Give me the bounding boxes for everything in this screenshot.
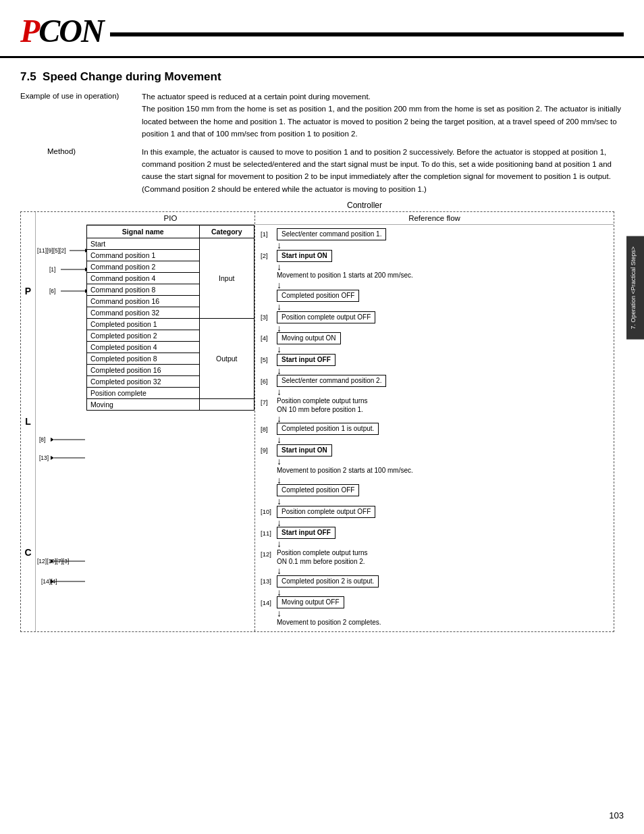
pio-table: Signal name Category Start Input Command… <box>86 225 254 411</box>
flow-num-14: [14] <box>261 598 277 607</box>
signal-moving: Moving <box>87 399 200 411</box>
flow-num-5: [5] <box>261 355 277 364</box>
flow-arrow-15: ↓ <box>277 540 608 548</box>
flow-box-10: Position complete output OFF <box>277 506 375 518</box>
flow-text-12: Position complete output turnsON 0.1 mm … <box>277 548 368 566</box>
signal-cmd16: Command position 16 <box>87 296 200 307</box>
flow-item-13: [13] Completed position 2 is output. <box>261 575 608 588</box>
pio-label: PIO <box>86 212 254 225</box>
flow-arrow-4: ↓ <box>277 303 608 311</box>
flow-item-4: [4] Moving output ON <box>261 332 608 344</box>
arrow-13-head <box>51 456 54 460</box>
flow-box-13: Completed position 2 is output. <box>277 575 379 588</box>
diagram-outer: P L C [11][9][5][2] [1] <box>20 211 614 632</box>
ref-section: Reference flow [1] Select/enter command … <box>255 212 614 631</box>
flow-arrow-10: ↓ <box>277 436 608 444</box>
category-output: Output <box>199 319 254 399</box>
pio-section: PIO Signal name Category Start Input <box>86 212 255 631</box>
method-block: Method) In this example, the actuator is… <box>20 146 624 196</box>
flow-box-4: Moving output ON <box>277 332 341 344</box>
signal-comp4: Completed position 4 <box>87 342 200 353</box>
flow-num-1: [1] <box>261 230 277 238</box>
flow-box-8: Completed position 1 is output. <box>277 423 379 435</box>
table-row: Start Input <box>87 238 254 250</box>
section-title: 7.5 Speed Change during Movement <box>0 58 644 90</box>
flow-num-4: [4] <box>261 334 277 342</box>
example-label: Example of use in operation) <box>20 90 142 140</box>
example-block: Example of use in operation) The actuato… <box>20 90 624 140</box>
flow-item-1: [1] Select/enter command position 1. <box>261 228 608 240</box>
arrow-8-head <box>51 438 54 442</box>
signal-col-header: Signal name <box>87 226 200 238</box>
flow-text-complete: Movement to position 2 completes. <box>277 618 608 627</box>
flow-arrow-3: ↓ <box>277 281 608 290</box>
ref-label: Reference flow <box>255 212 614 225</box>
label-1: [1] <box>49 266 55 273</box>
flow-arrow-12: ↓ <box>277 476 608 485</box>
label-8: [8] <box>39 436 45 443</box>
flow-box-2-start-on: Start input ON <box>277 250 332 262</box>
flow-arrow-14: ↓ <box>277 519 608 527</box>
flow-text-movement2: Movement to position 2 starts at 100 mm/… <box>277 466 608 475</box>
connector-svg: [11][9][5][2] [1] [6] [8] <box>36 232 86 624</box>
flow-arrow-2: ↓ <box>277 263 608 271</box>
table-row: Moving <box>87 399 254 411</box>
flow-box-6: Select/enter command position 2. <box>277 375 386 387</box>
flow-arrow-11: ↓ <box>277 457 608 466</box>
logo-con: CON <box>38 13 103 49</box>
logo-p: P <box>20 13 38 49</box>
signal-cmd1: Command position 1 <box>87 250 200 261</box>
flow-item-11: [11] Start input OFF <box>261 527 608 539</box>
connector-area: [11][9][5][2] [1] [6] [8] <box>36 212 86 631</box>
flow-num-2: [2] <box>261 251 277 260</box>
flow-item-10: [10] Position complete output OFF <box>261 506 608 518</box>
method-text: In this example, the actuator is caused … <box>142 146 624 196</box>
flow-box-comp-off-2: Completed position OFF <box>277 484 359 496</box>
flow-num-7: [7] <box>261 398 277 407</box>
flow-arrow-6: ↓ <box>277 345 608 354</box>
flow-item-3: [3] Position complete output OFF <box>261 311 608 323</box>
flow-num-11: [11] <box>261 529 277 538</box>
diagram-area: Controller P L C [11][9][5][2] [1] <box>20 201 614 632</box>
signal-comp1: Completed position 1 <box>87 319 200 330</box>
flow-arrow-17: ↓ <box>277 588 608 597</box>
signal-cmd2: Command position 2 <box>87 261 200 273</box>
flow-item-comp-off-1: Completed position OFF <box>261 290 608 302</box>
flow-item-12: [12] Position complete output turnsON 0.… <box>261 548 608 566</box>
flow-arrow-1: ↓ <box>277 241 608 250</box>
flow-num-9: [9] <box>261 446 277 454</box>
flow-box-comp-off-1: Completed position OFF <box>277 290 359 302</box>
signal-start: Start <box>87 238 200 250</box>
arrow-6-head <box>85 289 86 293</box>
signal-cmd8: Command position 8 <box>87 284 200 296</box>
flow-arrow-13: ↓ <box>277 497 608 506</box>
flow-box-11-start-off-2: Start input OFF <box>277 527 336 539</box>
flow-box-9-start-on: Start input ON <box>277 444 332 457</box>
flow-num-3: [3] <box>261 313 277 321</box>
signal-comp16: Completed position 16 <box>87 365 200 376</box>
flow-num-13: [13] <box>261 577 277 585</box>
signal-cmd4: Command position 4 <box>87 273 200 284</box>
signal-comp8: Completed position 8 <box>87 353 200 365</box>
flow-item-comp-off-2: Completed position OFF <box>261 484 608 496</box>
arrow-start-head <box>85 249 86 253</box>
side-tab: 7. Operation <Practical Steps> <box>626 236 644 340</box>
arrow-1-head <box>85 267 86 271</box>
flow-box-3: Position complete output OFF <box>277 311 375 323</box>
plc-label: P L C <box>21 212 36 631</box>
flow-num-12: [12] <box>261 550 277 558</box>
flow-text-7: Position complete output turnsON 10 mm b… <box>277 396 368 414</box>
flow-arrow-16: ↓ <box>277 567 608 575</box>
flow-item-2: [2] Start input ON <box>261 250 608 262</box>
flow-item-14: [14] Moving output OFF <box>261 596 608 608</box>
example-text: The actuator speed is reduced at a certa… <box>142 90 624 140</box>
flow-item-9: [9] Start input ON <box>261 444 608 457</box>
category-input: Input <box>199 238 254 319</box>
label-13: [13] <box>39 454 49 461</box>
method-label: Method) <box>20 146 142 196</box>
ref-flow: [1] Select/enter command position 1. ↓ [… <box>255 225 614 631</box>
signal-comp32: Completed position 32 <box>87 376 200 388</box>
table-row: Completed position 1 Output <box>87 319 254 330</box>
signal-comp2: Completed position 2 <box>87 330 200 342</box>
flow-num-10: [10] <box>261 507 277 516</box>
